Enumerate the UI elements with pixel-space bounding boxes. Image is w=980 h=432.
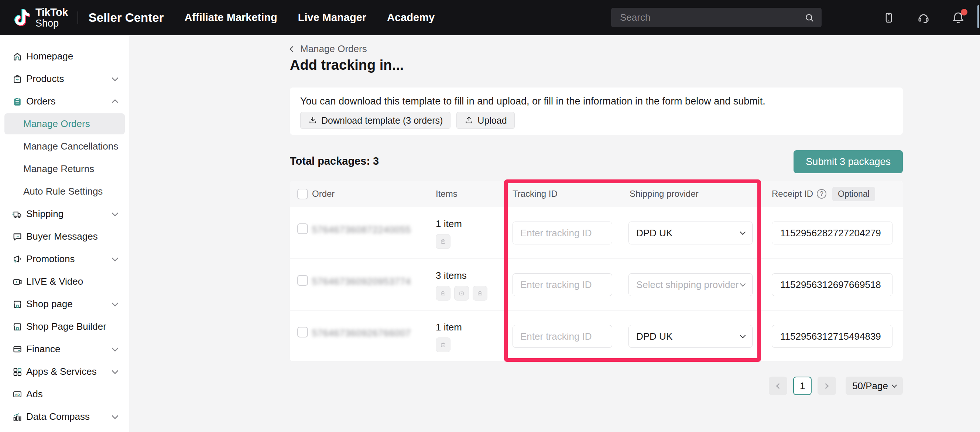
home-icon [12, 51, 23, 62]
sidebar-item-ads[interactable]: AD Ads [0, 383, 129, 405]
chevron-down-icon [111, 413, 118, 419]
page-size-select[interactable]: 50/Page [846, 376, 903, 395]
sidebar-item-promotions[interactable]: Promotions [0, 248, 129, 270]
chevron-down-icon [740, 229, 746, 235]
shipping-provider-select[interactable]: DPD UK [628, 222, 752, 245]
chevron-up-icon [111, 99, 118, 106]
topbar-divider [78, 11, 78, 24]
products-bag-icon [12, 73, 23, 84]
download-label: Download template (3 orders) [321, 115, 443, 126]
packages-table: Order Items Tracking ID Shipping provide… [290, 181, 903, 361]
next-page-button[interactable] [818, 376, 836, 395]
chat-bubble-icon [12, 231, 23, 242]
tracking-id-input[interactable] [512, 325, 612, 348]
sidebar-item-orders[interactable]: Orders [0, 90, 129, 113]
sidebar-item-shop-page[interactable]: Shop page [0, 293, 129, 315]
select-all-checkbox[interactable] [297, 189, 308, 199]
nav-live-manager[interactable]: Live Manager [298, 11, 366, 24]
item-thumbnails [436, 337, 462, 352]
shipping-provider-select[interactable]: DPD UK [628, 325, 752, 348]
provider-value: DPD UK [636, 331, 672, 342]
sidebar-item-shop-page-builder[interactable]: Shop Page Builder [0, 315, 129, 338]
row-checkbox[interactable] [297, 223, 308, 234]
sidebar-item-homepage[interactable]: Homepage [0, 45, 129, 68]
receipt-id-label: Receipt ID [772, 189, 813, 199]
brand-line1: TikTok [35, 6, 68, 18]
upload-icon [464, 116, 474, 125]
sidebar-item-live-video[interactable]: LIVE & Video [0, 270, 129, 293]
receipt-id-input[interactable] [772, 325, 892, 348]
search-icon[interactable] [804, 12, 815, 23]
submit-packages-button[interactable]: Submit 3 packages [794, 150, 903, 173]
sidebar-item-manage-cancellations[interactable]: Manage Cancellations [0, 135, 129, 158]
search-input[interactable] [611, 12, 804, 23]
col-items: Items [436, 181, 458, 207]
chevron-down-icon [740, 281, 746, 287]
sidebar-item-data-compass[interactable]: Data Compass [0, 405, 129, 428]
download-template-button[interactable]: Download template (3 orders) [300, 112, 450, 129]
row-checkbox[interactable] [297, 327, 308, 337]
topbar: TikTok Shop Seller Center Affiliate Mark… [0, 0, 980, 35]
table-header: Order Items Tracking ID Shipping provide… [290, 181, 903, 207]
breadcrumb-back[interactable]: Manage Orders [291, 43, 367, 55]
order-id-blurred: 576467360872240055 [312, 224, 411, 235]
table-row: 576467360920953774 3 items Select [290, 259, 903, 310]
download-icon [308, 116, 318, 125]
item-thumbnail [454, 286, 469, 300]
tiktok-shop-logo[interactable]: TikTok Shop [14, 6, 68, 28]
items-cell: 3 items [436, 270, 487, 300]
sidebar-item-apps-services[interactable]: Apps & Services [0, 361, 129, 383]
col-tracking-id: Tracking ID [512, 181, 558, 207]
items-cell: 1 item [436, 322, 462, 352]
back-chevron-icon [290, 46, 296, 52]
scrollbar-thumb[interactable] [977, 5, 979, 28]
optional-badge: Optional [832, 187, 875, 201]
sidebar-item-products[interactable]: Products [0, 68, 129, 90]
sidebar-item-manage-returns[interactable]: Manage Returns [0, 158, 129, 180]
topbar-icons [881, 0, 966, 35]
nav-affiliate-marketing[interactable]: Affiliate Marketing [184, 11, 277, 24]
nav-academy[interactable]: Academy [387, 11, 434, 24]
shipping-truck-icon [12, 209, 23, 220]
receipt-id-input[interactable] [772, 222, 892, 245]
item-thumbnail [436, 286, 450, 300]
col-shipping-provider: Shipping provider [630, 181, 698, 207]
provider-value: DPD UK [636, 227, 672, 239]
brand-text: TikTok Shop [35, 6, 68, 28]
row-checkbox[interactable] [297, 275, 308, 286]
items-count-label: 1 item [436, 218, 462, 230]
item-thumbnail [436, 234, 450, 249]
storefront-icon [12, 299, 23, 310]
current-page-button[interactable]: 1 [793, 376, 811, 395]
chevron-down-icon [111, 210, 118, 216]
storefront-builder-icon [12, 321, 23, 332]
prev-page-button[interactable] [769, 376, 787, 395]
provider-placeholder: Select shipping provider [636, 279, 739, 291]
tracking-id-input[interactable] [512, 273, 612, 296]
template-info-text: You can download this template to fill i… [300, 95, 765, 107]
bag-icon [440, 238, 446, 245]
sidebar-item-manage-orders[interactable]: Manage Orders [5, 113, 125, 134]
total-packages-label: Total packages: 3 [290, 155, 379, 167]
col-receipt-id: Receipt ID ? Optional [772, 181, 875, 207]
ads-icon: AD [12, 389, 23, 400]
upload-button[interactable]: Upload [457, 112, 514, 129]
bag-icon [440, 342, 446, 348]
help-icon[interactable]: ? [817, 189, 826, 199]
tracking-id-input[interactable] [512, 222, 612, 245]
pagination: 1 50/Page [290, 376, 903, 395]
mobile-app-icon[interactable] [881, 10, 897, 25]
sidebar-item-buyer-messages[interactable]: Buyer Messages [0, 225, 129, 248]
shipping-provider-select[interactable]: Select shipping provider [628, 273, 752, 296]
receipt-id-input[interactable] [772, 273, 892, 296]
credit-card-icon [12, 344, 23, 355]
megaphone-icon [12, 254, 23, 265]
sidebar-item-finance[interactable]: Finance [0, 338, 129, 361]
chevron-down-icon [740, 333, 746, 338]
sidebar-item-auto-rule-settings[interactable]: Auto Rule Settings [0, 180, 129, 203]
sidebar-item-shipping[interactable]: Shipping [0, 203, 129, 225]
support-headset-icon[interactable] [916, 10, 931, 25]
nav-seller-center[interactable]: Seller Center [89, 11, 164, 25]
notifications-bell-icon[interactable] [950, 10, 966, 25]
tiktok-note-icon [14, 6, 32, 28]
